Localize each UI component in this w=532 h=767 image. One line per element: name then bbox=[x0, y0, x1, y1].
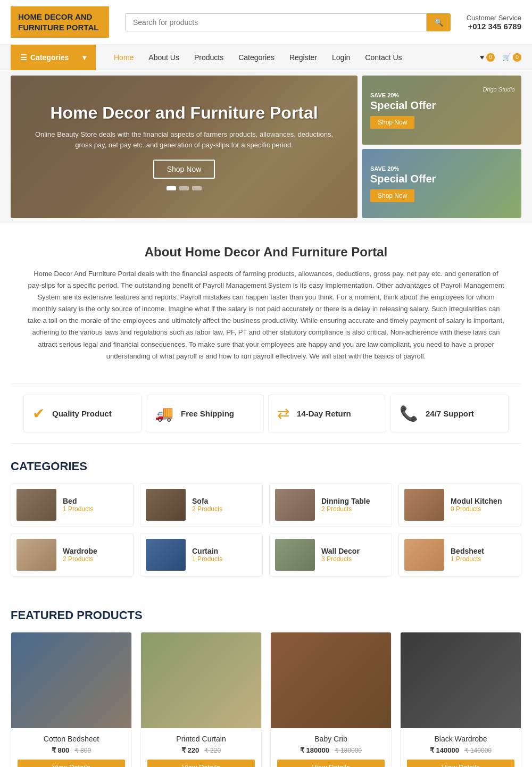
about-title: About Home Decor And Furniture Portal bbox=[11, 245, 521, 260]
nav-login[interactable]: Login bbox=[325, 46, 358, 69]
category-modul-count: 0 Products bbox=[451, 505, 502, 513]
nav-products[interactable]: Products bbox=[187, 46, 231, 69]
hero-dot-1[interactable] bbox=[167, 186, 176, 190]
category-dining[interactable]: Dinning Table 2 Products bbox=[269, 483, 392, 527]
category-modul[interactable]: Modul Kitchen 0 Products bbox=[398, 483, 521, 527]
featured-products-section: FEATURED PRODUCTS Cotton Bedsheet ₹ 800 … bbox=[0, 593, 532, 767]
view-details-wardrobe[interactable]: View Details bbox=[407, 760, 514, 767]
category-wall-count: 3 Products bbox=[321, 555, 360, 563]
features-section: ✔ Quality Product 🚚 Free Shipping ⇄ 14-D… bbox=[11, 384, 521, 444]
search-input[interactable] bbox=[125, 13, 427, 31]
category-dining-image bbox=[275, 489, 315, 521]
phone-icon: 📞 bbox=[400, 405, 418, 422]
category-sofa[interactable]: Sofa 2 Products bbox=[140, 483, 263, 527]
categories-grid: Bed 1 Products Sofa 2 Products Dinning T… bbox=[11, 483, 521, 577]
category-wardrobe-name: Wardrobe bbox=[63, 547, 97, 555]
category-wardrobe[interactable]: Wardrobe 2 Products bbox=[11, 533, 134, 577]
hero-offer-title-2: Special Offer bbox=[370, 173, 513, 185]
category-bed-image bbox=[16, 489, 56, 521]
categories-section: CATEGORIES Bed 1 Products Sofa 2 Product… bbox=[0, 444, 532, 593]
hero-side-card-2: SAVE 20% Special Offer Shop Now bbox=[362, 149, 521, 218]
hero-section: Home Decor and Furniture Portal Online B… bbox=[0, 70, 532, 223]
hero-save-2: SAVE 20% bbox=[370, 165, 513, 172]
search-button[interactable]: 🔍 bbox=[427, 13, 451, 31]
category-bed-count: 1 Products bbox=[63, 505, 93, 513]
shipping-label: Free Shipping bbox=[181, 409, 234, 418]
hero-offer-title-1: Special Offer bbox=[370, 99, 513, 112]
product-curtain-image bbox=[141, 632, 261, 728]
category-modul-image bbox=[404, 489, 444, 521]
feature-return: ⇄ 14-Day Return bbox=[268, 395, 386, 432]
nav-contact[interactable]: Contact Us bbox=[358, 46, 409, 69]
categories-title: CATEGORIES bbox=[11, 460, 521, 473]
checkmark-icon: ✔ bbox=[32, 405, 45, 422]
nav-register[interactable]: Register bbox=[282, 46, 325, 69]
hero-side-btn-1[interactable]: Shop Now bbox=[370, 116, 414, 129]
category-curtain-count: 1 Products bbox=[192, 555, 222, 563]
category-sofa-image bbox=[146, 489, 186, 521]
wishlist-icon[interactable]: ♥0 bbox=[480, 53, 495, 62]
logo: HOME DECOR AND FURNITURE PORTAL bbox=[11, 6, 109, 38]
category-wall-name: Wall Decor bbox=[321, 547, 360, 555]
nav-about[interactable]: About Us bbox=[141, 46, 187, 69]
category-sofa-count: 2 Products bbox=[192, 505, 222, 513]
category-bed-name: Bed bbox=[63, 497, 93, 505]
truck-icon: 🚚 bbox=[155, 405, 173, 422]
product-wardrobe-name: Black Wardrobe bbox=[407, 735, 514, 743]
hero-title: Home Decor and Furniture Portal bbox=[27, 103, 342, 123]
category-sofa-name: Sofa bbox=[192, 497, 222, 505]
hero-content: Home Decor and Furniture Portal Online B… bbox=[27, 103, 342, 190]
category-wall[interactable]: Wall Decor 3 Products bbox=[269, 533, 392, 577]
hero-dot-3[interactable] bbox=[192, 186, 202, 190]
category-dining-name: Dinning Table bbox=[321, 497, 370, 505]
products-grid: Cotton Bedsheet ₹ 800 ₹ 800 View Details… bbox=[11, 632, 521, 767]
product-cotton-bedsheet: Cotton Bedsheet ₹ 800 ₹ 800 View Details bbox=[11, 632, 132, 767]
nav-links: Home About Us Products Categories Regist… bbox=[106, 46, 480, 69]
return-icon: ⇄ bbox=[277, 405, 289, 422]
product-bedsheet-name: Cotton Bedsheet bbox=[18, 735, 125, 743]
hamburger-icon: ☰ bbox=[20, 53, 27, 62]
product-bedsheet-price: ₹ 800 ₹ 800 bbox=[18, 746, 125, 754]
hero-side-btn-2[interactable]: Shop Now bbox=[370, 189, 414, 202]
category-bedsheet[interactable]: Bedsheet 1 Products bbox=[398, 533, 521, 577]
category-wall-image bbox=[275, 539, 315, 571]
view-details-bedsheet[interactable]: View Details bbox=[18, 760, 125, 767]
view-details-curtain[interactable]: View Details bbox=[147, 760, 255, 767]
customer-service: Customer Service +012 345 6789 bbox=[467, 14, 521, 31]
category-bed[interactable]: Bed 1 Products bbox=[11, 483, 134, 527]
chevron-down-icon: ▾ bbox=[82, 53, 86, 62]
cart-icon[interactable]: 🛒0 bbox=[502, 53, 521, 62]
nav-home[interactable]: Home bbox=[106, 46, 141, 69]
product-baby-crib: Baby Crib ₹ 180000 ₹ 180000 View Details bbox=[270, 632, 392, 767]
feature-support: 📞 24/7 Support bbox=[390, 395, 509, 432]
category-bedsheet-name: Bedsheet bbox=[451, 547, 484, 555]
hero-main-banner: Home Decor and Furniture Portal Online B… bbox=[11, 76, 358, 218]
about-text: Home Decor And Furniture Portal deals wi… bbox=[27, 268, 505, 362]
hero-dot-2[interactable] bbox=[179, 186, 189, 190]
search-bar: 🔍 bbox=[125, 13, 451, 31]
category-dining-count: 2 Products bbox=[321, 505, 370, 513]
featured-products-title: FEATURED PRODUCTS bbox=[11, 608, 521, 622]
category-wardrobe-image bbox=[16, 539, 56, 571]
phone-number: +012 345 6789 bbox=[467, 22, 521, 31]
product-wardrobe-image bbox=[401, 632, 521, 728]
hero-shop-now-button[interactable]: Shop Now bbox=[153, 160, 215, 179]
category-modul-name: Modul Kitchen bbox=[451, 497, 502, 505]
nav-categories[interactable]: Categories bbox=[231, 46, 282, 69]
product-crib-name: Baby Crib bbox=[277, 735, 385, 743]
category-curtain-name: Curtain bbox=[192, 547, 222, 555]
product-printed-curtain: Printed Curtain ₹ 220 ₹ 220 View Details bbox=[140, 632, 262, 767]
product-bedsheet-image bbox=[11, 632, 131, 728]
header: HOME DECOR AND FURNITURE PORTAL 🔍 Custom… bbox=[0, 0, 532, 45]
category-curtain[interactable]: Curtain 1 Products bbox=[140, 533, 263, 577]
product-curtain-name: Printed Curtain bbox=[147, 735, 255, 743]
about-section: About Home Decor And Furniture Portal Ho… bbox=[0, 223, 532, 384]
category-bedsheet-count: 1 Products bbox=[451, 555, 484, 563]
view-details-crib[interactable]: View Details bbox=[277, 760, 385, 767]
product-black-wardrobe: Black Wardrobe ₹ 140000 ₹ 140000 View De… bbox=[400, 632, 521, 767]
hero-dots bbox=[27, 186, 342, 190]
return-label: 14-Day Return bbox=[297, 409, 351, 418]
hero-subtitle-1: Drigo Studio bbox=[483, 86, 515, 93]
categories-button[interactable]: ☰ Categories ▾ bbox=[11, 45, 96, 70]
product-wardrobe-price: ₹ 140000 ₹ 140000 bbox=[407, 746, 514, 754]
